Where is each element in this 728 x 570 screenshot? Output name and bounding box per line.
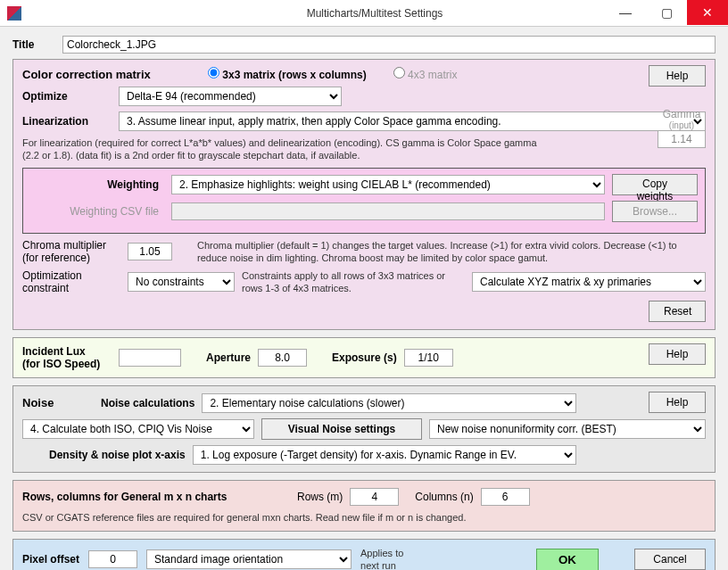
nonuniformity-select[interactable]: New noise nonuniformity corr. (BEST) xyxy=(429,419,706,439)
opt-constraint-select[interactable]: No constraints xyxy=(128,272,235,292)
lux-panel: Help Incident Lux (for ISO Speed) Apertu… xyxy=(12,337,716,378)
ccm-help-button[interactable]: Help xyxy=(649,65,706,87)
optimize-select[interactable]: Delta-E 94 (recommended) xyxy=(119,87,342,106)
cancel-button[interactable]: Cancel xyxy=(634,549,706,570)
noise-heading: Noise xyxy=(22,396,94,409)
title-label: Title xyxy=(12,38,55,51)
visual-noise-settings-button[interactable]: Visual Noise settings xyxy=(261,418,422,440)
matrix-3x3-radio[interactable]: 3x3 matrix (rows x columns) xyxy=(208,67,367,81)
calc-xyz-select[interactable]: Calculate XYZ matrix & xy primaries xyxy=(472,272,706,292)
weighting-panel: Weighting 2. Emphasize highlights: weigh… xyxy=(22,168,706,234)
bottom-bar: Pixel offset Standard image orientation … xyxy=(12,539,716,570)
lux-label-1: Incident Lux xyxy=(22,345,112,358)
noise-calc-label: Noise calculations xyxy=(101,397,194,409)
rows-label: Rows (m) xyxy=(297,491,343,503)
density-select[interactable]: 1. Log exposure (-Target density) for x-… xyxy=(193,445,576,465)
lux-help-button[interactable]: Help xyxy=(649,343,706,365)
ok-button[interactable]: OK xyxy=(536,549,599,570)
applies-label-2: next run xyxy=(360,559,414,570)
noise-calc-select[interactable]: 2. Elementary noise calculations (slower… xyxy=(202,393,576,413)
exposure-label: Exposure (s) xyxy=(332,351,397,364)
gamma-input[interactable] xyxy=(658,130,706,148)
opt-constraint-note: Constraints apply to all rows of 3x3 mat… xyxy=(242,269,465,295)
gamma-sub: (input) xyxy=(658,120,706,130)
close-button[interactable]: ✕ xyxy=(687,0,728,25)
pixel-offset-input[interactable] xyxy=(88,550,137,568)
pixel-offset-label: Pixel offset xyxy=(22,553,79,566)
rows-input[interactable] xyxy=(350,488,399,506)
orientation-select[interactable]: Standard image orientation xyxy=(146,549,352,569)
ccm-heading: Color correction matrix xyxy=(22,68,201,81)
weighting-select[interactable]: 2. Emphasize highlights: weight using CI… xyxy=(171,175,605,194)
density-label: Density & noise plot x-axis xyxy=(49,449,186,461)
app-icon xyxy=(7,6,21,21)
linearization-note: For linearization (required for correct … xyxy=(22,136,540,162)
mxn-heading: Rows, columns for General m x n charts xyxy=(22,491,290,503)
weighting-label: Weighting xyxy=(30,178,164,191)
applies-label-1: Applies to xyxy=(360,547,414,559)
aperture-input[interactable] xyxy=(258,349,307,367)
opt-constraint-label-1: Optimization xyxy=(22,269,120,282)
chroma-label-1: Chroma multiplier xyxy=(22,239,120,252)
ccm-panel: Help Color correction matrix 3x3 matrix … xyxy=(12,59,716,330)
aperture-label: Aperture xyxy=(206,351,251,364)
chroma-multiplier-input[interactable] xyxy=(128,243,172,260)
reset-button[interactable]: Reset xyxy=(649,301,706,322)
chroma-note: Chroma multiplier (default = 1) changes … xyxy=(197,239,706,265)
browse-button[interactable]: Browse... xyxy=(612,201,698,222)
iso-cpiq-select[interactable]: 4. Calculate both ISO, CPIQ Vis Noise xyxy=(22,419,254,439)
weighting-csv-input[interactable] xyxy=(171,202,605,220)
noise-panel: Help Noise Noise calculations 2. Element… xyxy=(12,385,716,473)
mxn-note: CSV or CGATS reference files are require… xyxy=(22,511,706,524)
linearization-label: Linearization xyxy=(22,115,112,128)
maximize-button[interactable]: ▢ xyxy=(646,0,687,25)
title-input[interactable] xyxy=(62,36,716,54)
cols-label: Columns (n) xyxy=(415,491,473,503)
minimize-button[interactable]: — xyxy=(605,0,646,25)
titlebar: Multicharts/Multitest Settings — ▢ ✕ xyxy=(0,0,728,27)
weighting-csv-label: Weighting CSV file xyxy=(30,205,164,218)
linearization-select[interactable]: 3. Assume linear input, apply matrix, th… xyxy=(119,112,706,131)
matrix-4x3-radio[interactable]: 4x3 matrix xyxy=(393,67,458,81)
chroma-label-2: (for reference) xyxy=(22,252,120,264)
lux-input[interactable] xyxy=(119,349,181,367)
opt-constraint-label-2: constraint xyxy=(22,282,120,294)
lux-label-2: (for ISO Speed) xyxy=(22,358,112,370)
mxn-panel: Rows, columns for General m x n charts R… xyxy=(12,480,716,532)
gamma-label: Gamma xyxy=(658,108,706,120)
exposure-input[interactable] xyxy=(404,349,453,367)
optimize-label: Optimize xyxy=(22,90,112,103)
copy-weights-button[interactable]: Copy weights xyxy=(612,174,698,195)
cols-input[interactable] xyxy=(481,488,530,506)
noise-help-button[interactable]: Help xyxy=(649,392,706,413)
